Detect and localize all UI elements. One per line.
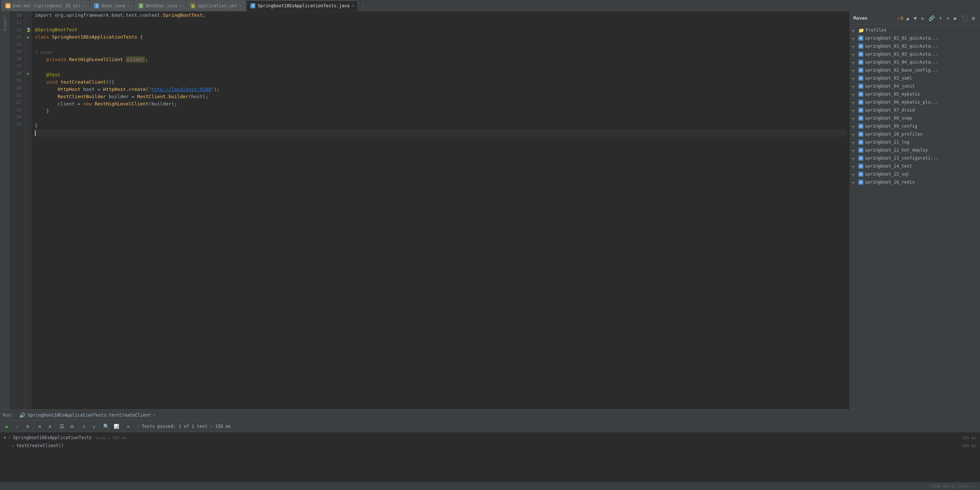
run-chart-btn[interactable]: 📊 xyxy=(112,422,121,431)
module-icon-7: m xyxy=(858,92,864,97)
project-icon[interactable]: Project xyxy=(2,13,9,35)
run-icon-13[interactable]: ▶ xyxy=(27,35,30,40)
ln-13: 13 xyxy=(13,34,21,41)
chevron-6: ▶ xyxy=(853,85,857,88)
maven-item-2[interactable]: ▶ m springboot_01_03_quicksta... xyxy=(850,50,980,58)
maven-label-9: springboot_07_druid xyxy=(865,108,915,113)
chevron-17: ▶ xyxy=(853,172,857,176)
chevron-13: ▶ xyxy=(853,140,857,144)
run-check-btn[interactable]: ✓ xyxy=(13,422,22,431)
maven-label-2: springboot_01_03_quicksta... xyxy=(865,52,938,57)
tab-overflow-menu[interactable]: ⋮ xyxy=(360,3,366,9)
maven-up-btn[interactable]: ▲ xyxy=(905,14,911,22)
chevron-14: ▶ xyxy=(853,148,857,152)
maven-item-12[interactable]: ▶ m springboot_10_profiles xyxy=(850,130,980,138)
maven-item-1[interactable]: ▶ m springboot_01_02_quicksta... xyxy=(850,42,980,50)
tab-appcfg-close[interactable]: × xyxy=(239,4,242,8)
run-tab[interactable]: 🔊 Springboot18EsApplicationTests.testCre… xyxy=(16,412,158,419)
tab-test-close[interactable]: × xyxy=(352,3,354,8)
maven-refresh-btn[interactable]: ↻ xyxy=(920,14,926,22)
tab-book-close[interactable]: × xyxy=(127,4,130,8)
maven-item-17[interactable]: ▶ m springboot_15_sql xyxy=(850,170,980,178)
gi-22 xyxy=(25,99,32,106)
maven-download-btn[interactable]: ⬇ xyxy=(937,14,943,22)
tab-pom[interactable]: m pom.xml (springboot_18_es) × xyxy=(2,0,89,11)
chevron-9: ▶ xyxy=(853,109,857,112)
run-label: Run: xyxy=(3,413,13,418)
code-content[interactable]: import org.springframework.boot.test.con… xyxy=(32,12,849,409)
maven-item-13[interactable]: ▶ m springboot_11_log xyxy=(850,138,980,146)
maven-item-15[interactable]: ▶ m springboot_13_configurati... xyxy=(850,154,980,162)
maven-item-18[interactable]: ▶ m springboot_16_redis xyxy=(850,178,980,186)
maven-item-0[interactable]: ▶ m springboot_01_01_quicksta... xyxy=(850,34,980,42)
code-line-25[interactable] xyxy=(35,129,846,137)
gi-13[interactable]: ▶ xyxy=(25,34,32,41)
chevron-0: ▶ xyxy=(853,36,857,40)
module-icon-15: m xyxy=(858,156,864,161)
status-bar: CSDN @Ding_Jiaxu... xyxy=(0,482,980,490)
tab-bookdao-close[interactable]: × xyxy=(180,4,182,8)
maven-label-5: springboot_03_yaml xyxy=(865,76,912,81)
run-stop-btn[interactable]: ⊘ xyxy=(23,422,32,431)
run-zoom-btn[interactable]: 🔍 xyxy=(102,422,110,431)
maven-item-9[interactable]: ▶ m springboot_07_druid xyxy=(850,106,980,114)
ln-16: 16 xyxy=(13,55,21,62)
tab-bookdao[interactable]: I BookDao.java × xyxy=(134,0,186,11)
run-play-btn[interactable]: ▶ xyxy=(3,422,12,431)
gi-14 xyxy=(25,41,32,48)
maven-run-btn[interactable]: ▶ xyxy=(952,14,958,22)
run-group-btn[interactable]: ☰ xyxy=(57,422,66,431)
maven-item-11[interactable]: ▶ m springboot_09_config xyxy=(850,122,980,130)
maven-item-7[interactable]: ▶ m springboot_05_mybatis xyxy=(850,90,980,98)
gi-12: 🍃 xyxy=(25,26,32,34)
maven-stop-btn[interactable]: ⬛ xyxy=(960,14,969,22)
maven-item-8[interactable]: ▶ m springboot_06_mybatis_plu... xyxy=(850,98,980,106)
test-class-check: ✓ xyxy=(8,435,11,440)
tab-test[interactable]: J Springboot18EsApplicationTests.java × xyxy=(246,0,358,11)
run-tab-close[interactable]: × xyxy=(153,413,156,417)
maven-label-13: springboot_11_log xyxy=(865,140,910,145)
left-side-panel: Project xyxy=(0,12,10,409)
gi-19 xyxy=(25,77,32,85)
test-class-time: 156 ms xyxy=(962,436,976,440)
test-class-row[interactable]: ▼ ✓ Springboot18EsApplicationTests (com.… xyxy=(3,434,977,442)
run-icon-18[interactable]: ▶ xyxy=(27,71,30,76)
usage-hint: 1 usage xyxy=(35,49,52,56)
maven-add-btn[interactable]: + xyxy=(945,14,951,22)
ln-12: 12 xyxy=(13,26,21,34)
run-filter-btn[interactable]: ⊟ xyxy=(68,422,76,431)
gi-18[interactable]: ▶ xyxy=(25,70,32,77)
maven-label-4: springboot_02_base_config... xyxy=(865,68,938,73)
tab-appcfg[interactable]: y application.yml × xyxy=(186,0,245,11)
tab-book[interactable]: J Book.java × xyxy=(90,0,134,11)
module-icon-11: m xyxy=(858,124,864,129)
tab-pom-close[interactable]: × xyxy=(83,4,86,8)
maven-item-16[interactable]: ▶ m springboot_14_test xyxy=(850,162,980,170)
run-expand-btn[interactable]: ↑ xyxy=(80,422,88,431)
maven-item-3[interactable]: ▶ m springboot_01_04_quicksta... xyxy=(850,58,980,66)
code-line-13: class Springboot18EsApplicationTests { xyxy=(35,34,846,41)
maven-item-5[interactable]: ▶ m springboot_03_yaml xyxy=(850,74,980,82)
maven-item-4[interactable]: ▶ m springboot_02_base_config... xyxy=(850,66,980,74)
module-icon-2: m xyxy=(858,52,864,57)
maven-profiles-item[interactable]: ▶ 📁 Profiles xyxy=(850,26,980,34)
run-sort-dur-btn[interactable]: ⇵ xyxy=(45,422,54,431)
run-more-btn[interactable]: » xyxy=(124,422,132,431)
test-icon: J xyxy=(250,3,255,8)
maven-item-10[interactable]: ▶ m springboot_08_ssmp xyxy=(850,114,980,122)
profiles-folder-icon: 📁 xyxy=(858,28,864,33)
module-icon-5: m xyxy=(858,76,864,81)
ln-17: 17 xyxy=(13,62,21,70)
maven-item-14[interactable]: ▶ m springboot_12_hot_deploy xyxy=(850,146,980,154)
maven-down-btn[interactable]: ▼ xyxy=(912,14,918,22)
chevron-5: ▶ xyxy=(853,76,857,80)
maven-settings-btn[interactable]: ⚙ xyxy=(970,14,976,22)
gi-16 xyxy=(25,55,32,62)
run-collapse-btn[interactable]: ↓ xyxy=(90,422,99,431)
test-method-row[interactable]: ✓ testCreateClient() 156 ms xyxy=(3,442,977,450)
maven-item-6[interactable]: ▶ m springboot_04_junit xyxy=(850,82,980,90)
run-toolbar: ▶ ✓ ⊘ ⇅ ⇵ ☰ ⊟ ↑ ↓ 🔍 📊 » ✓ Tests passed: … xyxy=(0,421,980,432)
status-check-icon: ✓ xyxy=(137,424,140,429)
maven-link-btn[interactable]: 🔗 xyxy=(927,14,936,22)
run-sort-alpha-btn[interactable]: ⇅ xyxy=(35,422,44,431)
